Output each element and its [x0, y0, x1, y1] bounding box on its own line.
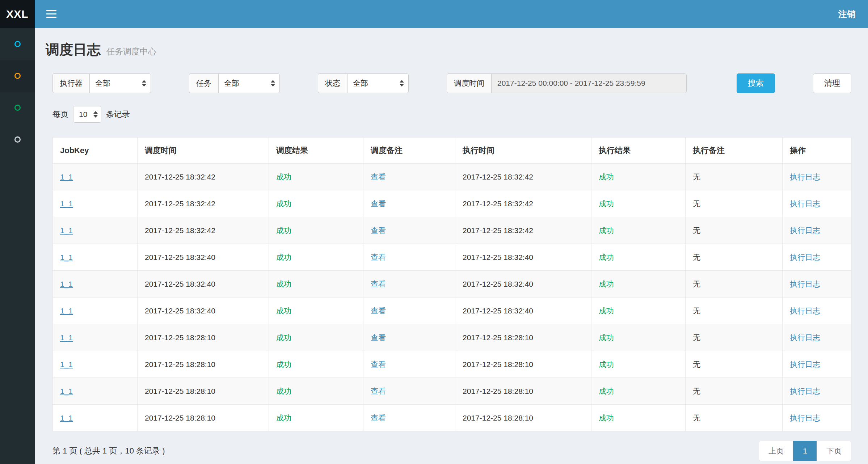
col-header-trigger-msg[interactable]: 调度备注 [363, 138, 455, 164]
col-header-handle-time[interactable]: 执行时间 [455, 138, 591, 164]
handle-msg-cell: 无 [686, 324, 783, 351]
sidebar-item-3[interactable] [0, 92, 35, 123]
circle-outline-icon [14, 41, 21, 47]
execution-log-link[interactable]: 执行日志 [790, 199, 820, 208]
trigger-result-cell: 成功 [269, 378, 363, 405]
trigger-msg-link[interactable]: 查看 [371, 387, 386, 395]
job-filter-select[interactable]: 全部 [218, 73, 280, 93]
jobkey-link[interactable]: 1_1 [60, 414, 73, 422]
handle-msg-cell: 无 [686, 244, 783, 271]
handle-result-text: 成功 [599, 173, 614, 181]
sidebar-item-2[interactable] [0, 60, 35, 92]
handle-time-cell: 2017-12-25 18:28:10 [455, 351, 591, 378]
handle-result-cell: 成功 [591, 271, 686, 298]
trigger-msg-cell: 查看 [363, 351, 455, 378]
trigger-msg-link[interactable]: 查看 [371, 173, 386, 181]
col-header-action[interactable]: 操作 [783, 138, 852, 164]
handle-time-cell: 2017-12-25 18:28:10 [455, 324, 591, 351]
handle-result-text: 成功 [599, 199, 614, 208]
trigger-msg-link[interactable]: 查看 [371, 280, 386, 288]
jobkey-link[interactable]: 1_1 [60, 253, 73, 261]
action-cell: 执行日志 [783, 164, 852, 190]
content-body: 执行器 全部 任务 全部 状态 全部 [46, 73, 851, 461]
trigger-time-cell: 2017-12-25 18:28:10 [138, 324, 269, 351]
jobkey-link[interactable]: 1_1 [60, 226, 73, 235]
current-page-button[interactable]: 1 [793, 441, 817, 461]
jobkey-cell: 1_1 [53, 217, 138, 244]
execution-log-link[interactable]: 执行日志 [790, 414, 820, 422]
jobkey-link[interactable]: 1_1 [60, 199, 73, 208]
col-header-trigger-result[interactable]: 调度结果 [269, 138, 363, 164]
trigger-msg-link[interactable]: 查看 [371, 307, 386, 315]
app-logo[interactable]: XXL [0, 0, 35, 28]
action-cell: 执行日志 [783, 405, 852, 431]
handle-result-cell: 成功 [591, 298, 686, 324]
trigger-time-cell: 2017-12-25 18:28:10 [138, 351, 269, 378]
handle-result-text: 成功 [599, 226, 614, 235]
logout-link[interactable]: 注销 [838, 8, 856, 20]
prev-page-button[interactable]: 上页 [759, 441, 793, 461]
execution-log-link[interactable]: 执行日志 [790, 280, 820, 288]
jobkey-link[interactable]: 1_1 [60, 387, 73, 395]
trigger-result-cell: 成功 [269, 271, 363, 298]
handle-time-cell: 2017-12-25 18:32:40 [455, 298, 591, 324]
status-filter-select[interactable]: 全部 [347, 73, 409, 93]
execution-log-link[interactable]: 执行日志 [790, 173, 820, 181]
handle-time-cell: 2017-12-25 18:28:10 [455, 378, 591, 405]
executor-filter-select[interactable]: 全部 [89, 73, 151, 93]
table-row: 1_1 2017-12-25 18:32:42 成功 查看 2017-12-25… [53, 217, 852, 244]
trigger-msg-cell: 查看 [363, 378, 455, 405]
jobkey-link[interactable]: 1_1 [60, 307, 73, 315]
action-cell: 执行日志 [783, 298, 852, 324]
handle-result-text: 成功 [599, 280, 614, 288]
filter-bar: 执行器 全部 任务 全部 状态 全部 [52, 73, 851, 93]
page-size-value: 10 [79, 110, 87, 119]
sidebar-item-1[interactable] [0, 28, 35, 60]
trigger-msg-link[interactable]: 查看 [371, 333, 386, 342]
page-size-suffix-label: 条记录 [106, 109, 130, 120]
execution-log-link[interactable]: 执行日志 [790, 333, 820, 342]
execution-log-link[interactable]: 执行日志 [790, 360, 820, 368]
circle-outline-icon [14, 73, 21, 79]
jobkey-link[interactable]: 1_1 [60, 333, 73, 342]
trigger-time-range-input[interactable] [491, 73, 687, 93]
trigger-msg-link[interactable]: 查看 [371, 360, 386, 368]
execution-log-link[interactable]: 执行日志 [790, 387, 820, 395]
jobkey-link[interactable]: 1_1 [60, 360, 73, 368]
pagination-summary: 第 1 页 ( 总共 1 页，10 条记录 ) [52, 446, 165, 456]
jobkey-cell: 1_1 [53, 351, 138, 378]
execution-log-link[interactable]: 执行日志 [790, 226, 820, 235]
sidebar-item-4[interactable] [0, 123, 35, 155]
select-arrows-icon [142, 80, 146, 87]
page-size-select[interactable]: 10 [73, 106, 101, 123]
log-table-body: 1_1 2017-12-25 18:32:42 成功 查看 2017-12-25… [53, 164, 852, 431]
executor-filter-value: 全部 [95, 78, 110, 88]
handle-result-cell: 成功 [591, 378, 686, 405]
jobkey-cell: 1_1 [53, 271, 138, 298]
execution-log-link[interactable]: 执行日志 [790, 307, 820, 315]
trigger-time-cell: 2017-12-25 18:32:40 [138, 298, 269, 324]
col-header-handle-msg[interactable]: 执行备注 [686, 138, 783, 164]
jobkey-link[interactable]: 1_1 [60, 280, 73, 288]
handle-msg-cell: 无 [686, 298, 783, 324]
handle-msg-cell: 无 [686, 164, 783, 190]
trigger-msg-link[interactable]: 查看 [371, 199, 386, 208]
col-header-jobkey[interactable]: JobKey [53, 138, 138, 164]
trigger-msg-link[interactable]: 查看 [371, 253, 386, 261]
action-cell: 执行日志 [783, 190, 852, 217]
trigger-msg-link[interactable]: 查看 [371, 414, 386, 422]
trigger-msg-link[interactable]: 查看 [371, 226, 386, 235]
sidebar-toggle-button[interactable] [35, 0, 68, 28]
clear-button[interactable]: 清理 [813, 73, 851, 93]
col-header-trigger-time[interactable]: 调度时间 [138, 138, 269, 164]
trigger-result-text: 成功 [276, 414, 291, 422]
table-row: 1_1 2017-12-25 18:32:42 成功 查看 2017-12-25… [53, 190, 852, 217]
next-page-button[interactable]: 下页 [817, 441, 851, 461]
handle-result-text: 成功 [599, 387, 614, 395]
execution-log-link[interactable]: 执行日志 [790, 253, 820, 261]
table-row: 1_1 2017-12-25 18:32:40 成功 查看 2017-12-25… [53, 298, 852, 324]
trigger-result-text: 成功 [276, 199, 291, 208]
search-button[interactable]: 搜索 [737, 73, 775, 93]
jobkey-link[interactable]: 1_1 [60, 173, 73, 181]
col-header-handle-result[interactable]: 执行结果 [591, 138, 686, 164]
